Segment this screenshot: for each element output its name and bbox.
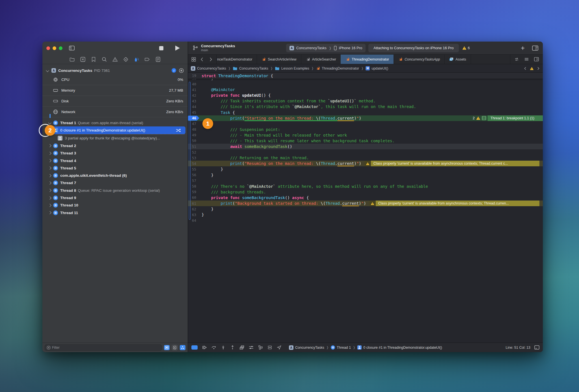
- code-line-53[interactable]: 53 /// Returning on the main thread.: [188, 155, 543, 161]
- breadcrumb-item[interactable]: AConcurrencyTasks: [191, 66, 226, 71]
- runtime-stacks-icon[interactable]: [267, 345, 272, 350]
- debug-breadcrumb-item[interactable]: AConcurrencyTasks: [289, 345, 324, 350]
- code-line-44[interactable]: 44 /// Since it's attribute with `@MainA…: [188, 104, 543, 109]
- issue-warning-icon[interactable]: [530, 67, 534, 70]
- adjust-editor-options-icon[interactable]: [524, 57, 529, 62]
- code-line-41[interactable]: 41 @MainActor: [188, 87, 543, 92]
- code-line-55[interactable]: 55 }: [188, 166, 543, 172]
- debug-icon[interactable]: [134, 57, 139, 62]
- gauge-row-network[interactable]: NetworkZero KB/s: [42, 107, 188, 117]
- code-line-43[interactable]: 43 /// Task inherits execution context f…: [188, 98, 543, 104]
- step-out-icon[interactable]: [230, 345, 235, 350]
- chevron-right-icon[interactable]: [48, 196, 51, 199]
- warning-icon[interactable]: [476, 116, 480, 120]
- expand-issues-icon[interactable]: [482, 116, 486, 120]
- minimize-window-button[interactable]: [53, 46, 56, 50]
- code-line-54[interactable]: 54 print("Resuming on the main thread: \…: [188, 161, 543, 166]
- warning-banner[interactable]: Class property 'current' is unavailable …: [371, 161, 539, 166]
- code-line-51[interactable]: 51 await someBackgroundTask(): [188, 144, 543, 149]
- code-line-61[interactable]: 61 print("Background task started on thr…: [188, 201, 543, 206]
- chevron-right-icon[interactable]: [48, 174, 51, 177]
- x-square-icon[interactable]: [80, 57, 85, 62]
- code-line-52[interactable]: 52: [188, 149, 543, 155]
- filter-flag-symbols-button[interactable]: [180, 345, 185, 350]
- next-issue-chevron-icon[interactable]: [537, 67, 540, 70]
- chevron-right-icon[interactable]: [48, 189, 51, 192]
- breadcrumb-item[interactable]: ThreadingDemonstrator: [316, 66, 359, 70]
- debug-breadcrumb-item[interactable]: 0 closure #1 in ThreadingDemonstrator.up…: [357, 345, 442, 350]
- filter-flag-crashed-button[interactable]: [172, 345, 178, 350]
- thread-row[interactable]: Thread 2: [42, 142, 188, 149]
- environment-overrides-icon[interactable]: [249, 345, 254, 350]
- warning-count-chip[interactable]: 6: [462, 46, 470, 50]
- stack-frame-row[interactable]: 3 partial apply for thunk for @escaping …: [55, 134, 185, 142]
- code-line-47[interactable]: 47: [188, 121, 543, 127]
- code-line-49[interactable]: 49 /// - Main thread will be released fo…: [188, 132, 543, 138]
- tab-overview-grid-icon[interactable]: [191, 57, 196, 62]
- thread-row[interactable]: Thread 8Queue: RPAC issue generation wor…: [42, 187, 188, 194]
- folder-nav-icon[interactable]: [70, 57, 75, 62]
- breadcrumb-item[interactable]: MupdateUI(): [366, 66, 388, 70]
- chevron-right-icon[interactable]: [48, 144, 51, 147]
- toggle-sidebar-icon[interactable]: [69, 46, 75, 51]
- swap-editors-icon[interactable]: [514, 57, 519, 62]
- code-line-50[interactable]: 50 /// - This task will resume later whe…: [188, 138, 543, 144]
- tab-nceltaskdemonstrator[interactable]: ncelTaskDemonstrator: [216, 55, 257, 64]
- tab-threadingdemonstrator[interactable]: ThreadingDemonstrator: [341, 55, 394, 64]
- chevron-right-icon[interactable]: [48, 159, 51, 162]
- editor-layout-icon[interactable]: [532, 46, 538, 51]
- thread-row[interactable]: Thread 10: [42, 202, 188, 209]
- add-editor-plus-button[interactable]: +: [521, 45, 525, 51]
- tab-assets[interactable]: Assets: [444, 55, 471, 64]
- debug-breadcrumb-item[interactable]: Thread 1: [331, 345, 351, 350]
- bookmark-icon[interactable]: [91, 57, 96, 62]
- filter-field[interactable]: [45, 344, 162, 351]
- warning-banner[interactable]: Class property 'current' is unavailable …: [376, 201, 539, 206]
- gauge-row-disk[interactable]: DiskZero KB/s: [42, 96, 188, 107]
- chevron-right-icon[interactable]: [48, 211, 51, 214]
- thread-row[interactable]: Thread 3: [42, 150, 188, 157]
- breadcrumb-item[interactable]: ConcurrencyTasks: [233, 66, 268, 70]
- code-line-46[interactable]: 46 print("Starting on the main thread: \…: [188, 115, 543, 121]
- reports-icon[interactable]: [155, 57, 161, 62]
- info-icon[interactable]: i: [172, 68, 176, 73]
- add-editor-pane-icon[interactable]: [534, 57, 539, 62]
- breadcrumb-item[interactable]: Lesson Examples: [275, 66, 309, 70]
- code-line-64[interactable]: 64: [188, 217, 543, 223]
- continue-icon[interactable]: [202, 345, 207, 350]
- scheme-project[interactable]: ConcurrencyTasks main: [193, 44, 235, 52]
- tests-icon[interactable]: [123, 57, 128, 62]
- zoom-window-button[interactable]: [59, 46, 62, 50]
- code-line-62[interactable]: 62 }: [188, 206, 543, 212]
- thread-row[interactable]: Thread 4: [42, 157, 188, 164]
- breakpoints-icon[interactable]: [145, 57, 150, 62]
- thread-row[interactable]: Thread 7: [42, 179, 188, 187]
- close-window-button[interactable]: [46, 46, 50, 50]
- step-into-icon[interactable]: [221, 345, 226, 350]
- back-chevron-icon[interactable]: [200, 57, 204, 62]
- thread-row[interactable]: com.apple.uikit.eventfetch-thread (6): [42, 172, 188, 179]
- gauge-row-memory[interactable]: Memory27,7 MB: [42, 85, 188, 96]
- stack-frame-row[interactable]: 0 closure #1 in ThreadingDemonstrator.up…: [51, 126, 185, 134]
- chevron-down-icon[interactable]: [48, 121, 51, 124]
- code-line-45[interactable]: 45 Task {: [188, 109, 543, 115]
- tab-articlesearcher[interactable]: ArticleSearcher: [301, 55, 341, 64]
- code-line-48[interactable]: 48 /// Suspension point:: [188, 127, 543, 132]
- shuffle-icon[interactable]: [176, 128, 181, 132]
- chevron-right-icon[interactable]: [48, 167, 51, 170]
- console-icon[interactable]: [534, 345, 539, 350]
- previous-issue-chevron-icon[interactable]: [524, 67, 527, 70]
- thread-row[interactable]: Thread 9: [42, 194, 188, 201]
- gauge-row-cpu[interactable]: CPU0%: [42, 74, 188, 85]
- process-row[interactable]: A ConcurrencyTasks PID 7361 i: [42, 66, 188, 74]
- chevron-down-icon[interactable]: [46, 69, 49, 72]
- code-line-63[interactable]: 63}: [188, 212, 543, 217]
- thread-row[interactable]: Thread 11: [42, 209, 188, 216]
- chevron-right-icon[interactable]: [48, 181, 51, 184]
- debug-area-toggle-button[interactable]: [191, 345, 198, 350]
- code-line-19[interactable]: 19struct ThreadingDemonstrator {: [188, 73, 543, 79]
- breakpoint-banner[interactable]: Thread 1: breakpoint 1.1 (1): [487, 115, 543, 121]
- run-button[interactable]: [175, 46, 180, 51]
- code-line-40[interactable]: 40: [188, 81, 543, 87]
- tab-searcharticleview[interactable]: SearchArticleView: [257, 55, 301, 64]
